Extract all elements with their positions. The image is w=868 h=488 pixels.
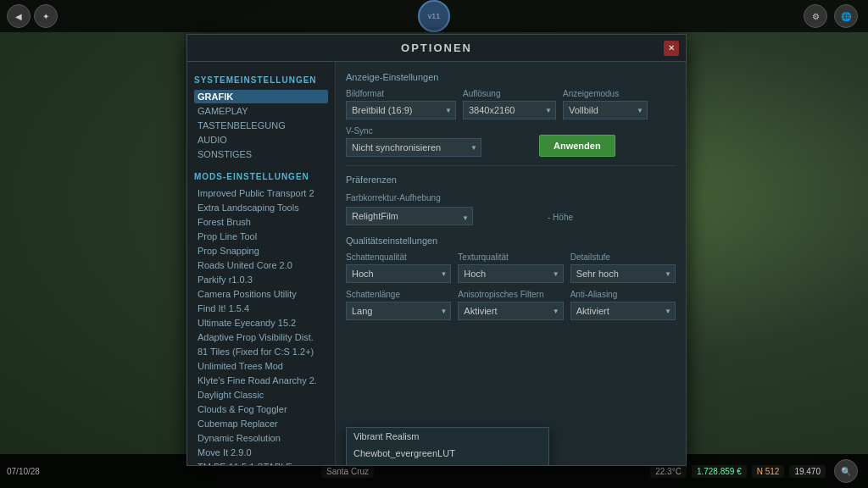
sidebar-item-improved[interactable]: Improved Public Transport 2: [194, 186, 328, 200]
color-correction-select[interactable]: RelightFilm: [346, 207, 473, 225]
sidebar-item-gameplay[interactable]: GAMEPLAY: [194, 104, 328, 118]
top-btn-2[interactable]: ✦: [34, 4, 58, 28]
color-correction-select-wrapper[interactable]: RelightFilm: [346, 207, 473, 229]
sidebar-item-daylight[interactable]: Daylight Classic: [194, 388, 328, 402]
options-dialog: OPTIONEN ✕ SYSTEMEINSTELLUNGEN GRAFIK GA…: [186, 34, 687, 466]
display-row-1: Bildformat Breitbild (16:9) Auflösung 38…: [346, 89, 676, 119]
antialiasing-label: Anti-Aliasing: [570, 290, 676, 299]
bildformat-label: Bildformat: [346, 89, 456, 98]
display-section-title: Anzeige-Einstellungen: [346, 72, 676, 82]
texture-quality-select[interactable]: Hoch: [458, 264, 563, 283]
top-right-btn-2[interactable]: 🌐: [834, 4, 858, 28]
dropdown-item-photorealistic[interactable]: Photorealistic_lut_Final_by_Reaper: [347, 462, 548, 465]
anzeigemodus-select[interactable]: Vollbild: [563, 101, 648, 119]
aufloesung-select[interactable]: 3840x2160: [463, 101, 556, 119]
anzeigemodus-select-wrapper[interactable]: Vollbild: [563, 101, 648, 119]
quality-grid-2: Schattenlänge Lang Anisotropisches Filte…: [346, 290, 676, 320]
anisotropic-select[interactable]: Aktiviert: [458, 302, 563, 320]
shadow-quality-label: Schattenqualität: [346, 252, 451, 262]
sidebar-item-findit[interactable]: Find It! 1.5.4: [194, 302, 328, 315]
preferences-section-title: Präferenzen: [346, 175, 676, 185]
sidebar-item-tastenbelegung[interactable]: TASTENBELEGUNG: [194, 119, 328, 132]
sidebar-item-prop-line[interactable]: Prop Line Tool: [194, 230, 328, 243]
sidebar-item-moveit[interactable]: Move It 2.9.0: [194, 446, 328, 459]
vsync-select[interactable]: Nicht synchronisieren: [346, 138, 481, 157]
top-center-icon: v11: [418, 0, 450, 32]
aufloesung-label: Auflösung: [463, 89, 556, 98]
bildformat-group: Bildformat Breitbild (16:9): [346, 89, 456, 119]
shadow-quality-group: Schattenqualität Hoch: [346, 252, 451, 283]
texture-quality-label: Texturqualität: [458, 252, 563, 262]
detail-level-select[interactable]: Sehr hoch: [570, 264, 676, 283]
aufloesung-select-wrapper[interactable]: 3840x2160: [463, 101, 556, 119]
sidebar-item-grafik[interactable]: GRAFIK: [194, 90, 328, 103]
detail-level-label: Detailstufe: [570, 252, 676, 262]
dialog-body: SYSTEMEINSTELLUNGEN GRAFIK GAMEPLAY TAST…: [187, 62, 686, 465]
dialog-title: OPTIONEN: [401, 42, 472, 54]
quality-section-title: Qualitätseinstellungen: [346, 236, 676, 246]
system-section-title: SYSTEMEINSTELLUNGEN: [194, 75, 328, 85]
money-stat: 1.728.859 €: [692, 465, 747, 478]
sidebar-item-unlimited[interactable]: Unlimited Trees Mod: [194, 359, 328, 373]
sidebar-item-prop-snapping[interactable]: Prop Snapping: [194, 244, 328, 258]
color-correction-label: Farbkorrektur-Aufhebung: [346, 193, 441, 202]
dropdown-item-chewbot[interactable]: Chewbot_evergreenLUT: [347, 445, 548, 462]
bildformat-select[interactable]: Breitbild (16:9): [346, 101, 456, 119]
top-right-btn-1[interactable]: ⚙: [804, 4, 827, 28]
quality-grid-1: Schattenqualität Hoch Texturqualität Hoc…: [346, 252, 676, 283]
sidebar-item-roads[interactable]: Roads United Core 2.0: [194, 258, 328, 272]
sidebar-item-sonstiges[interactable]: SONSTIGES: [194, 147, 328, 161]
top-btn-1[interactable]: ◀: [7, 4, 31, 28]
vsync-label: V-Sync: [346, 126, 481, 136]
texture-quality-group: Texturqualität Hoch: [458, 252, 563, 283]
detail-level-group: Detailstufe Sehr hoch: [570, 252, 676, 283]
quality-section: Qualitätseinstellungen Schattenqualität …: [346, 236, 676, 320]
bottom-right-btn[interactable]: 🔍: [834, 459, 858, 483]
dialog-close-button[interactable]: ✕: [664, 41, 679, 56]
city-name: Santa Cruz: [321, 465, 374, 478]
shadow-quality-select[interactable]: Hoch: [346, 264, 451, 283]
antialiasing-group: Anti-Aliasing Aktiviert: [570, 290, 676, 320]
height-label: - Höhe: [548, 207, 573, 229]
sidebar-item-adaptive[interactable]: Adaptive Prop Visibility Dist.: [194, 330, 328, 344]
shadow-length-label: Schattenlänge: [346, 290, 451, 299]
main-content: Anzeige-Einstellungen Bildformat Breitbi…: [336, 62, 686, 465]
bildformat-select-wrapper[interactable]: Breitbild (16:9): [346, 101, 456, 119]
sidebar-item-clouds[interactable]: Clouds & Fog Toggler: [194, 402, 328, 416]
sidebar-item-parkify[interactable]: Parkify r1.0.3: [194, 273, 328, 286]
color-correction-group: Farbkorrektur-Aufhebung RelightFilm - Hö…: [346, 191, 676, 229]
dialog-title-bar: OPTIONEN ✕: [187, 35, 686, 62]
sidebar-item-forest[interactable]: Forest Brush: [194, 215, 328, 229]
sidebar-item-extra-land[interactable]: Extra Landscaping Tools: [194, 201, 328, 214]
apply-button[interactable]: Anwenden: [539, 135, 615, 157]
antialiasing-select[interactable]: Aktiviert: [570, 302, 676, 320]
temp-stat: 22.3°C: [650, 465, 687, 478]
color-correction-dropdown: Vibrant Realism Chewbot_evergreenLUT Pho…: [346, 427, 549, 465]
sidebar-item-audio[interactable]: AUDIO: [194, 133, 328, 147]
sidebar-item-cubemap[interactable]: Cubemap Replacer: [194, 417, 328, 430]
third-stat: 19.470: [789, 465, 826, 478]
separator-1: [346, 165, 676, 166]
anisotropic-label: Anisotropisches Filtern: [458, 290, 563, 299]
date-display: 07/10/28: [7, 467, 40, 476]
vsync-select-wrapper[interactable]: Nicht synchronisieren: [346, 138, 481, 157]
aufloesung-group: Auflösung 3840x2160: [463, 89, 556, 119]
sidebar-item-81tiles[interactable]: 81 Tiles (Fixed for C:S 1.2+): [194, 345, 328, 358]
sidebar-item-tmpe[interactable]: TM:PE 11.5.1 STABLE: [194, 460, 328, 465]
anzeigemodus-group: Anzeigemodus Vollbild: [563, 89, 648, 119]
shadow-length-select[interactable]: Lang: [346, 302, 451, 320]
vsync-row: V-Sync Nicht synchronisieren Anwenden: [346, 126, 676, 157]
anisotropic-group: Anisotropisches Filtern Aktiviert: [458, 290, 563, 320]
sidebar-item-klyte[interactable]: Klyte's Fine Road Anarchy 2.: [194, 374, 328, 387]
mods-section-title: MODS-EINSTELLUNGEN: [194, 172, 328, 181]
shadow-length-group: Schattenlänge Lang: [346, 290, 451, 320]
vsync-group: V-Sync Nicht synchronisieren: [346, 126, 481, 157]
anzeigemodus-label: Anzeigemodus: [563, 89, 648, 98]
sidebar: SYSTEMEINSTELLUNGEN GRAFIK GAMEPLAY TAST…: [187, 62, 336, 465]
sidebar-item-dynamic[interactable]: Dynamic Resolution: [194, 431, 328, 445]
sidebar-item-camera[interactable]: Camera Positions Utility: [194, 287, 328, 301]
top-bar: ◀ ✦ v11 ⚙ 🌐: [0, 0, 868, 32]
dropdown-item-vibrant[interactable]: Vibrant Realism: [347, 428, 548, 445]
other-stat: N 512: [752, 465, 785, 478]
sidebar-item-eyecandy[interactable]: Ultimate Eyecandy 15.2: [194, 316, 328, 330]
